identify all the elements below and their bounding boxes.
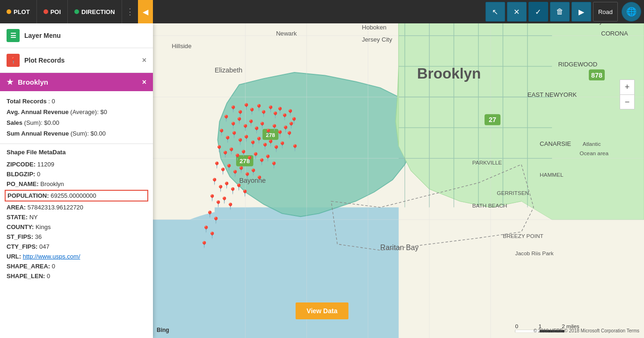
plot-records-label: Plot Records <box>24 57 65 64</box>
layer-menu-label: Layer Menu <box>24 32 61 39</box>
plot-dot <box>7 9 11 14</box>
svg-text:Ocean area: Ocean area <box>579 150 608 157</box>
sum-revenue-qualifier: (Sum): <box>71 130 89 137</box>
shape-field-value: Brooklyn <box>40 180 64 187</box>
brooklyn-star-icon: ★ <box>7 78 13 86</box>
avg-revenue-value: $0 <box>100 108 107 115</box>
svg-text:Hillside: Hillside <box>172 43 191 50</box>
direction-tab[interactable]: DIRECTION <box>68 0 122 23</box>
stats-section: Total Records : 0 Avg. Annual Revenue (A… <box>0 91 153 144</box>
poi-tab[interactable]: POI <box>37 0 68 23</box>
plot-records-section: 📍 Plot Records × <box>0 48 153 73</box>
svg-text:BATH BEACH: BATH BEACH <box>472 202 507 209</box>
svg-text:Newark: Newark <box>276 30 297 37</box>
plot-records-icon: 📍 <box>7 54 20 67</box>
globe-button[interactable]: 🌐 <box>622 2 641 22</box>
shape-field-zipcode: ZIPCODE: 11209 <box>7 159 146 169</box>
right-toolbar: ↖ ✕ ✓ 🗑 ▶ Road 🌐 <box>485 0 644 23</box>
copyright-text: © 2018 HERE © 2018 Microsoft Corporation… <box>534 328 639 333</box>
svg-text:Hoboken: Hoboken <box>362 24 386 31</box>
layer-menu-icon: ☰ <box>7 29 20 42</box>
svg-text:Jersey City: Jersey City <box>362 36 392 43</box>
svg-text:0: 0 <box>515 323 519 330</box>
svg-text:CANARSIE: CANARSIE <box>540 140 571 147</box>
svg-text:Atlantic: Atlantic <box>583 141 601 147</box>
left-panel: ☰ Layer Menu 📍 Plot Records × ★ Brooklyn… <box>0 23 153 338</box>
shape-field-value: 69255.00000000 <box>51 192 96 199</box>
svg-text:Bayonne: Bayonne <box>239 177 266 184</box>
sales-value: $0.00 <box>44 119 59 126</box>
shape-field-bldgzip: BLDGZIP: 0 <box>7 169 146 179</box>
svg-text:RIDGEWOOD: RIDGEWOOD <box>558 61 597 68</box>
shape-field-value: 36 <box>35 233 42 240</box>
zoom-controls: + − <box>620 79 635 109</box>
poi-dot <box>43 9 48 14</box>
close-tool-button[interactable]: ✕ <box>507 2 527 22</box>
shape-field-cty_fips: CTY_FIPS: 047 <box>7 242 146 252</box>
shape-field-value: 0 <box>47 273 50 280</box>
main-toolbar: PLOT POI DIRECTION ⋮ ◀ ↖ ✕ ✓ 🗑 ▶ Road 🌐 <box>0 0 644 23</box>
road-label: Road <box>598 8 613 15</box>
sum-revenue-value: $0.00 <box>90 130 106 137</box>
svg-text:Elizabeth: Elizabeth <box>215 66 242 74</box>
layers-icon: ☰ <box>10 32 16 39</box>
url-link[interactable]: http://www.usps.com/ <box>23 253 80 260</box>
svg-text:GERRITSEN: GERRITSEN <box>497 190 529 196</box>
shape-field-area: AREA: 57842313.96122720 <box>7 202 146 212</box>
poi-label: POI <box>51 8 61 15</box>
layer-menu-section: ☰ Layer Menu <box>0 23 153 48</box>
panel-toggle-left[interactable]: ◀ <box>138 0 153 23</box>
shape-field-value: Kings <box>36 223 51 230</box>
plot-tab[interactable]: PLOT <box>0 0 37 23</box>
svg-text:HAMMEL: HAMMEL <box>540 172 564 178</box>
direction-dot <box>74 9 79 14</box>
shape-field-value: 047 <box>39 243 50 250</box>
shape-field-population: POPULATION: 69255.00000000 <box>5 190 148 201</box>
avg-revenue-label: Avg. Annual Revenue <box>7 108 69 115</box>
svg-text:BREEZY POINT: BREEZY POINT <box>503 233 543 239</box>
shape-field-state: STATE: NY <box>7 212 146 222</box>
shape-fields-container: ZIPCODE: 11209BLDGZIP: 0PO_NAME: Brookly… <box>7 159 146 281</box>
delete-tool-button[interactable]: 🗑 <box>550 2 570 22</box>
plot-label: PLOT <box>14 8 30 15</box>
svg-text:278: 278 <box>266 132 275 138</box>
sum-revenue-label: Sum Annual Revenue <box>7 130 69 137</box>
direction-label: DIRECTION <box>81 8 115 15</box>
check-tool-button[interactable]: ✓ <box>528 2 548 22</box>
svg-text:EAST NEWYORK: EAST NEWYORK <box>528 91 577 98</box>
svg-text:CORONA: CORONA <box>601 30 628 37</box>
brooklyn-header: ★ Brooklyn × <box>0 73 153 91</box>
shape-field-shape_len: SHAPE_LEN: 0 <box>7 271 146 281</box>
sum-revenue-row: Sum Annual Revenue (Sum): $0.00 <box>7 128 146 139</box>
zoom-out-button[interactable]: − <box>620 94 635 109</box>
avg-revenue-qualifier: (Average): <box>70 108 98 115</box>
avg-revenue-row: Avg. Annual Revenue (Average): $0 <box>7 107 146 117</box>
arrow-right-button[interactable]: ▶ <box>572 2 591 22</box>
cursor-tool-button[interactable]: ↖ <box>485 2 505 22</box>
shape-metadata-section: Shape File MetaData ZIPCODE: 11209BLDGZI… <box>0 144 153 286</box>
view-data-button[interactable]: View Data <box>296 302 349 319</box>
location-icon: 📍 <box>9 57 17 64</box>
shape-field-st_fips: ST_FIPS: 36 <box>7 232 146 242</box>
shape-field-value: NY <box>29 214 38 221</box>
svg-text:PARKVILLE: PARKVILLE <box>472 159 502 166</box>
plot-records-close-button[interactable]: × <box>142 56 146 65</box>
brooklyn-close-button[interactable]: × <box>142 78 146 86</box>
shape-field-county: COUNTY: Kings <box>7 222 146 232</box>
total-records-value: 0 <box>52 98 55 105</box>
shape-field-value: 0 <box>37 171 40 178</box>
shape-field-value: 57842313.96122720 <box>28 204 83 211</box>
sales-qualifier: (Sum): <box>24 119 43 126</box>
zoom-in-button[interactable]: + <box>620 79 635 94</box>
shape-field-value: 11209 <box>37 161 54 168</box>
svg-text:Jacob Riis Park: Jacob Riis Park <box>515 250 554 257</box>
shape-field-url: URL: http://www.usps.com/ <box>7 252 146 261</box>
sales-label: Sales <box>7 119 22 126</box>
total-records-label: Total Records <box>7 98 47 105</box>
road-view-button[interactable]: Road <box>593 2 618 22</box>
toolbar-separator: ⋮ <box>122 7 138 17</box>
svg-text:Brooklyn: Brooklyn <box>417 65 481 82</box>
svg-text:878: 878 <box>591 72 602 79</box>
sales-row: Sales (Sum): $0.00 <box>7 117 146 128</box>
shape-field-value: 0 <box>52 263 55 270</box>
